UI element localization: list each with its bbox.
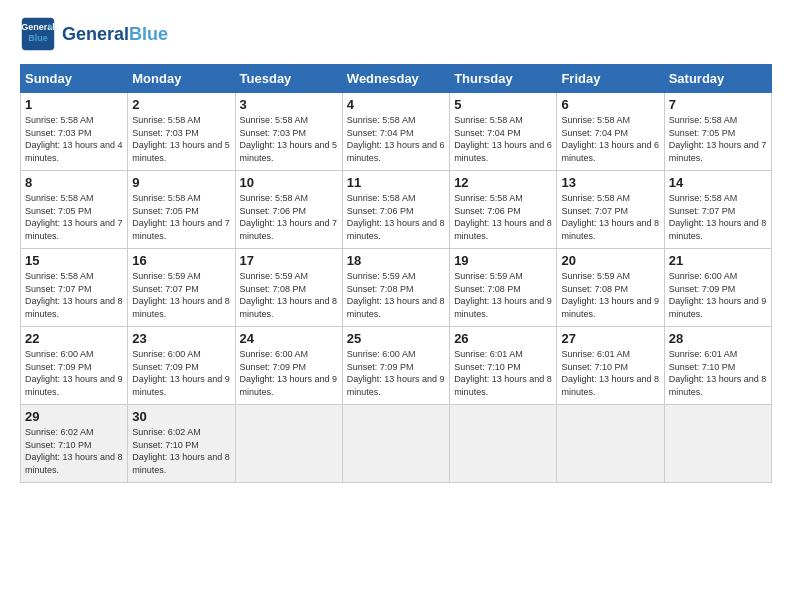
header-cell-monday: Monday	[128, 65, 235, 93]
day-cell: 15 Sunrise: 5:58 AM Sunset: 7:07 PM Dayl…	[21, 249, 128, 327]
day-info: Sunrise: 5:59 AM Sunset: 7:08 PM Dayligh…	[347, 270, 445, 320]
day-info: Sunrise: 5:58 AM Sunset: 7:07 PM Dayligh…	[669, 192, 767, 242]
day-info: Sunrise: 5:58 AM Sunset: 7:06 PM Dayligh…	[347, 192, 445, 242]
day-info: Sunrise: 5:58 AM Sunset: 7:03 PM Dayligh…	[240, 114, 338, 164]
day-cell: 4 Sunrise: 5:58 AM Sunset: 7:04 PM Dayli…	[342, 93, 449, 171]
day-number: 10	[240, 175, 338, 190]
day-info: Sunrise: 6:00 AM Sunset: 7:09 PM Dayligh…	[347, 348, 445, 398]
day-number: 9	[132, 175, 230, 190]
day-number: 8	[25, 175, 123, 190]
day-number: 7	[669, 97, 767, 112]
day-info: Sunrise: 6:01 AM Sunset: 7:10 PM Dayligh…	[669, 348, 767, 398]
day-number: 28	[669, 331, 767, 346]
day-cell: 1 Sunrise: 5:58 AM Sunset: 7:03 PM Dayli…	[21, 93, 128, 171]
day-cell: 10 Sunrise: 5:58 AM Sunset: 7:06 PM Dayl…	[235, 171, 342, 249]
day-number: 19	[454, 253, 552, 268]
day-cell	[664, 405, 771, 483]
day-info: Sunrise: 5:58 AM Sunset: 7:03 PM Dayligh…	[25, 114, 123, 164]
header-cell-sunday: Sunday	[21, 65, 128, 93]
day-number: 5	[454, 97, 552, 112]
day-cell: 26 Sunrise: 6:01 AM Sunset: 7:10 PM Dayl…	[450, 327, 557, 405]
day-cell: 2 Sunrise: 5:58 AM Sunset: 7:03 PM Dayli…	[128, 93, 235, 171]
day-info: Sunrise: 6:01 AM Sunset: 7:10 PM Dayligh…	[561, 348, 659, 398]
day-number: 1	[25, 97, 123, 112]
day-cell: 28 Sunrise: 6:01 AM Sunset: 7:10 PM Dayl…	[664, 327, 771, 405]
day-info: Sunrise: 6:00 AM Sunset: 7:09 PM Dayligh…	[240, 348, 338, 398]
day-cell: 7 Sunrise: 5:58 AM Sunset: 7:05 PM Dayli…	[664, 93, 771, 171]
day-cell: 20 Sunrise: 5:59 AM Sunset: 7:08 PM Dayl…	[557, 249, 664, 327]
day-cell	[557, 405, 664, 483]
day-info: Sunrise: 6:02 AM Sunset: 7:10 PM Dayligh…	[25, 426, 123, 476]
day-cell: 8 Sunrise: 5:58 AM Sunset: 7:05 PM Dayli…	[21, 171, 128, 249]
day-cell: 22 Sunrise: 6:00 AM Sunset: 7:09 PM Dayl…	[21, 327, 128, 405]
day-info: Sunrise: 5:59 AM Sunset: 7:07 PM Dayligh…	[132, 270, 230, 320]
header-cell-wednesday: Wednesday	[342, 65, 449, 93]
header-cell-saturday: Saturday	[664, 65, 771, 93]
day-info: Sunrise: 5:58 AM Sunset: 7:03 PM Dayligh…	[132, 114, 230, 164]
day-info: Sunrise: 5:58 AM Sunset: 7:04 PM Dayligh…	[347, 114, 445, 164]
day-info: Sunrise: 6:01 AM Sunset: 7:10 PM Dayligh…	[454, 348, 552, 398]
day-number: 15	[25, 253, 123, 268]
day-info: Sunrise: 5:58 AM Sunset: 7:07 PM Dayligh…	[561, 192, 659, 242]
day-info: Sunrise: 6:00 AM Sunset: 7:09 PM Dayligh…	[132, 348, 230, 398]
day-number: 30	[132, 409, 230, 424]
day-number: 23	[132, 331, 230, 346]
calendar-table: SundayMondayTuesdayWednesdayThursdayFrid…	[20, 64, 772, 483]
day-cell: 11 Sunrise: 5:58 AM Sunset: 7:06 PM Dayl…	[342, 171, 449, 249]
day-info: Sunrise: 5:58 AM Sunset: 7:06 PM Dayligh…	[240, 192, 338, 242]
day-number: 12	[454, 175, 552, 190]
day-number: 2	[132, 97, 230, 112]
day-number: 24	[240, 331, 338, 346]
day-cell: 30 Sunrise: 6:02 AM Sunset: 7:10 PM Dayl…	[128, 405, 235, 483]
day-number: 26	[454, 331, 552, 346]
day-number: 14	[669, 175, 767, 190]
day-cell	[235, 405, 342, 483]
day-number: 16	[132, 253, 230, 268]
day-cell	[450, 405, 557, 483]
day-info: Sunrise: 5:58 AM Sunset: 7:04 PM Dayligh…	[561, 114, 659, 164]
day-number: 18	[347, 253, 445, 268]
day-cell	[342, 405, 449, 483]
day-cell: 29 Sunrise: 6:02 AM Sunset: 7:10 PM Dayl…	[21, 405, 128, 483]
day-info: Sunrise: 6:00 AM Sunset: 7:09 PM Dayligh…	[669, 270, 767, 320]
week-row-1: 1 Sunrise: 5:58 AM Sunset: 7:03 PM Dayli…	[21, 93, 772, 171]
header-row: SundayMondayTuesdayWednesdayThursdayFrid…	[21, 65, 772, 93]
page: General Blue GeneralBlue SundayMondayTue…	[0, 0, 792, 612]
day-number: 20	[561, 253, 659, 268]
header-cell-tuesday: Tuesday	[235, 65, 342, 93]
day-info: Sunrise: 5:59 AM Sunset: 7:08 PM Dayligh…	[240, 270, 338, 320]
day-cell: 6 Sunrise: 5:58 AM Sunset: 7:04 PM Dayli…	[557, 93, 664, 171]
week-row-3: 15 Sunrise: 5:58 AM Sunset: 7:07 PM Dayl…	[21, 249, 772, 327]
day-cell: 16 Sunrise: 5:59 AM Sunset: 7:07 PM Dayl…	[128, 249, 235, 327]
day-cell: 12 Sunrise: 5:58 AM Sunset: 7:06 PM Dayl…	[450, 171, 557, 249]
day-cell: 24 Sunrise: 6:00 AM Sunset: 7:09 PM Dayl…	[235, 327, 342, 405]
day-number: 11	[347, 175, 445, 190]
logo-icon: General Blue	[20, 16, 56, 52]
day-number: 6	[561, 97, 659, 112]
day-cell: 19 Sunrise: 5:59 AM Sunset: 7:08 PM Dayl…	[450, 249, 557, 327]
day-cell: 23 Sunrise: 6:00 AM Sunset: 7:09 PM Dayl…	[128, 327, 235, 405]
week-row-4: 22 Sunrise: 6:00 AM Sunset: 7:09 PM Dayl…	[21, 327, 772, 405]
day-info: Sunrise: 5:58 AM Sunset: 7:04 PM Dayligh…	[454, 114, 552, 164]
day-cell: 17 Sunrise: 5:59 AM Sunset: 7:08 PM Dayl…	[235, 249, 342, 327]
day-number: 21	[669, 253, 767, 268]
day-cell: 3 Sunrise: 5:58 AM Sunset: 7:03 PM Dayli…	[235, 93, 342, 171]
day-cell: 9 Sunrise: 5:58 AM Sunset: 7:05 PM Dayli…	[128, 171, 235, 249]
header-cell-thursday: Thursday	[450, 65, 557, 93]
day-cell: 13 Sunrise: 5:58 AM Sunset: 7:07 PM Dayl…	[557, 171, 664, 249]
day-number: 13	[561, 175, 659, 190]
day-info: Sunrise: 5:58 AM Sunset: 7:07 PM Dayligh…	[25, 270, 123, 320]
day-cell: 21 Sunrise: 6:00 AM Sunset: 7:09 PM Dayl…	[664, 249, 771, 327]
day-info: Sunrise: 5:58 AM Sunset: 7:05 PM Dayligh…	[669, 114, 767, 164]
day-info: Sunrise: 5:58 AM Sunset: 7:05 PM Dayligh…	[132, 192, 230, 242]
header-cell-friday: Friday	[557, 65, 664, 93]
day-number: 25	[347, 331, 445, 346]
week-row-2: 8 Sunrise: 5:58 AM Sunset: 7:05 PM Dayli…	[21, 171, 772, 249]
day-info: Sunrise: 5:58 AM Sunset: 7:05 PM Dayligh…	[25, 192, 123, 242]
header: General Blue GeneralBlue	[20, 16, 772, 52]
day-cell: 14 Sunrise: 5:58 AM Sunset: 7:07 PM Dayl…	[664, 171, 771, 249]
day-cell: 27 Sunrise: 6:01 AM Sunset: 7:10 PM Dayl…	[557, 327, 664, 405]
day-cell: 25 Sunrise: 6:00 AM Sunset: 7:09 PM Dayl…	[342, 327, 449, 405]
day-info: Sunrise: 5:58 AM Sunset: 7:06 PM Dayligh…	[454, 192, 552, 242]
day-cell: 18 Sunrise: 5:59 AM Sunset: 7:08 PM Dayl…	[342, 249, 449, 327]
